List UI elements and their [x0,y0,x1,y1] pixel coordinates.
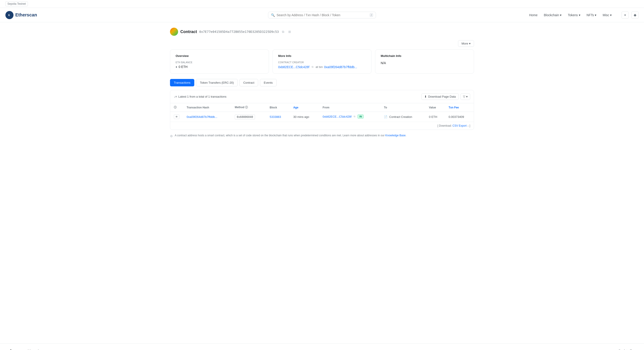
csv-row: [ Download: CSV Export ↓ ] [170,122,474,130]
chevron-down-icon: ▾ [469,42,471,45]
ethereum-icon: ◆ [634,13,636,17]
logo-text: Etherscan [15,12,37,18]
search-kbd: / [370,13,373,17]
contract-creator-value: 0xb82ECE...C5dc428f ⧉ at txn 0xa09f264d8… [278,65,366,69]
back-to-top-link[interactable]: ↑ Back to Top [616,349,635,350]
more-info-card-title: More Info [278,54,366,58]
table-section: ↓≡ Latest 1 from a total of 1 transactio… [170,90,474,130]
nav-home[interactable]: Home [529,13,538,17]
download-page-data-button[interactable]: ⬇ Download Page Data [422,93,459,100]
ethereum-footer-icon: ◆ [9,348,12,350]
method-badge: 0x60806040 [235,114,255,120]
multichain-card-title: Multichain Info [381,54,468,58]
search-input[interactable] [276,13,368,17]
contract-avatar [170,28,178,36]
logo[interactable]: E Etherscan [6,11,37,19]
eth-symbol: ♦ [176,65,177,68]
csv-download-icon: ↓ ] [467,124,470,127]
nav-nfts[interactable]: NFTs ▾ [587,13,596,17]
col-to: To [380,103,425,112]
col-age: Age [290,103,319,112]
eye-button[interactable]: 👁 [174,114,180,119]
more-button[interactable]: More ▾ [458,40,474,47]
csv-export-link[interactable]: CSV Export [452,124,466,127]
table-actions: ⬇ Download Page Data ▽ ▾ [422,93,470,100]
col-txn-fee: Txn Fee [445,103,474,112]
info-icon: ⚙ [170,134,173,138]
search-wrap: 🔍 / [268,12,376,18]
page-content: Contract 0x7E77e041505D4a772B055e170D320… [164,22,480,344]
top-banner: Sepolia Testnet [0,0,644,8]
tab-token-transfers[interactable]: Token Transfers (ERC-20) [196,79,238,86]
eth-balance-label: ETH BALANCE [176,61,263,64]
search-bar: 🔍 / [268,12,376,18]
info-text: A contract address hosts a smart contrac… [175,134,406,138]
row-eye-cell: 👁 [170,112,183,122]
row-age-cell: 30 mins ago [290,112,319,122]
nav-misc[interactable]: Misc ▾ [603,13,612,17]
row-from-cell: 0xb82ECE...C5dc428f ⧉ IN [319,112,380,121]
multichain-value: N/A [381,61,468,65]
sort-icon: ↓≡ [174,95,177,98]
row-block-cell: 5333883 [266,112,290,122]
chevron-down-icon: ▾ [595,13,596,17]
col-value: Value [426,103,445,112]
tab-transactions[interactable]: Transactions [170,79,194,86]
filter-button[interactable]: ▽ ▾ [460,93,470,100]
row-txhash-cell: 0xa09f264d87b7ffddb... [183,112,231,122]
multichain-info-card: Multichain Info N/A [375,50,474,74]
row-to-cell: 📄 Contract Creation [380,112,425,122]
contract-creator-label: CONTRACT CREATOR [278,61,366,64]
info-text-row: ⚙ A contract address hosts a smart contr… [170,130,474,142]
creator-address-link[interactable]: 0xb82ECE...C5dc428f [278,65,310,69]
table-head: ⓘ Transaction Hash Method ⓘ Block Age [170,103,474,112]
copy-from-button[interactable]: ⧉ [353,115,356,118]
at-txn-label: at txn [316,65,323,68]
theme-toggle[interactable]: ✦ [622,12,629,19]
chevron-down-icon: ▾ [579,13,580,17]
tab-events[interactable]: Events [260,79,276,86]
footer: ◆ Powered by Ethereum ↑ Back to Top [0,344,644,350]
chevron-down-icon: ▾ [560,13,562,17]
table-row: 👁 0xa09f264d87b7ffddb... 0x60806040 5333… [170,112,474,122]
col-block: Block [266,103,290,112]
in-badge: IN [358,114,364,118]
knowledge-base-link[interactable]: Knowledge Base [386,134,406,137]
nav: Home Blockchain ▾ Tokens ▾ NFTs ▾ Misc ▾… [529,12,638,19]
qr-code-button[interactable]: ⊞ [287,30,292,34]
chevron-down-icon: ▾ [610,13,612,17]
copy-address-button[interactable]: ⧉ [281,30,285,34]
table-info: ↓≡ Latest 1 from a total of 1 transactio… [174,95,226,98]
from-address-link[interactable]: 0xb82ECE...C5dc428f [323,115,352,118]
col-from: From [319,103,380,112]
eth-network-icon[interactable]: ◆ [632,12,638,19]
overview-card: Overview ETH BALANCE ♦ 0 ETH [170,50,269,74]
col-method: Method ⓘ [231,103,266,112]
table-body: 👁 0xa09f264d87b7ffddb... 0x60806040 5333… [170,112,474,122]
tabs-row: Transactions Token Transfers (ERC-20) Co… [170,79,474,86]
txhash-link[interactable]: 0xa09f264d87b7ffddb... [187,115,217,118]
row-value-cell: 0 ETH [426,112,445,122]
svg-text:E: E [8,14,10,16]
copy-creator-button[interactable]: ⧉ [311,65,314,69]
nav-blockchain[interactable]: Blockchain ▾ [544,13,562,17]
row-txnfee-cell: 0.00373409 [445,112,474,122]
network-label: Sepolia Testnet [6,1,28,6]
contract-address: 0x7E77e041505D4a772B055e170D3205D3225D9c… [199,30,279,34]
more-row: More ▾ [170,40,474,47]
search-icon: 🔍 [271,13,275,17]
contract-label: Contract [180,30,197,34]
transactions-table: ⓘ Transaction Hash Method ⓘ Block Age [170,103,474,122]
header: E Etherscan 🔍 / Home Blockchain ▾ Tokens… [0,8,644,22]
row-method-cell: 0x60806040 [231,112,266,122]
contract-icon: 📄 [384,115,388,118]
tab-contract[interactable]: Contract [240,79,258,86]
nav-tokens[interactable]: Tokens ▾ [568,13,580,17]
txn-hash-link[interactable]: 0xa09f264d87b7ffddb... [324,65,357,69]
eth-balance-value: ♦ 0 ETH [176,65,263,68]
download-icon: ⬇ [424,95,427,98]
block-link[interactable]: 5333883 [270,115,281,118]
sun-icon: ✦ [624,13,626,17]
table-header: ↓≡ Latest 1 from a total of 1 transactio… [170,90,474,103]
footer-brand: ◆ Powered by Ethereum [9,348,50,350]
